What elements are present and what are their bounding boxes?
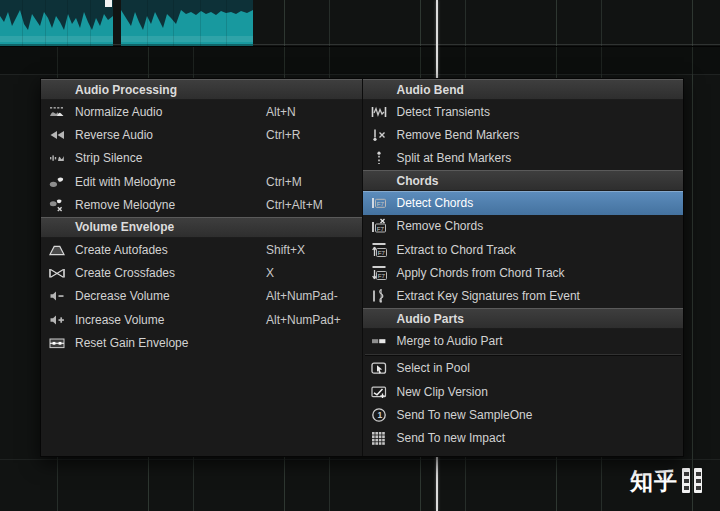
- create-crossfades-icon: [48, 265, 66, 281]
- arrange-view: Audio ProcessingNormalize AudioAlt+NReve…: [0, 0, 720, 511]
- menu-item-label: Reverse Audio: [75, 128, 153, 142]
- menu-item-label: Send To new Impact: [397, 431, 506, 445]
- menu-item-select-in-pool[interactable]: Select in Pool: [363, 357, 684, 380]
- menu-item-shortcut: Alt+N: [266, 105, 296, 119]
- decrease-volume-icon: [48, 288, 66, 304]
- menu-item-normalize-audio[interactable]: Normalize AudioAlt+N: [41, 100, 362, 123]
- menu-item-label: Detect Chords: [397, 196, 474, 210]
- lane-divider: [0, 74, 720, 75]
- menu-item-label: Edit with Melodyne: [75, 175, 176, 189]
- menu-item-increase-volume[interactable]: Increase VolumeAlt+NumPad+: [41, 308, 362, 331]
- menu-item-send-to-new-sampleone[interactable]: 1Send To new SampleOne: [363, 403, 684, 426]
- menu-item-remove-melodyne[interactable]: Remove MelodyneCtrl+Alt+M: [41, 194, 362, 217]
- audio-clip-2[interactable]: [121, 0, 253, 46]
- send-impact-icon: [370, 430, 388, 446]
- menu-item-reset-gain-envelope[interactable]: Reset Gain Envelope: [41, 332, 362, 355]
- menu-item-merge-to-audio-part[interactable]: Merge to Audio Part: [363, 329, 684, 352]
- menu-item-shortcut: Shift+X: [266, 243, 305, 257]
- select-in-pool-icon: [370, 360, 388, 376]
- menu-item-detect-chords[interactable]: F7Detect Chords: [363, 191, 684, 214]
- detect-transients-icon: [370, 104, 388, 120]
- menu-header-audio-processing: Audio Processing: [41, 79, 362, 100]
- apply-chords-icon: F7: [370, 265, 388, 281]
- menu-item-edit-with-melodyne[interactable]: Edit with MelodyneCtrl+M: [41, 170, 362, 193]
- detect-chords-icon: F7: [370, 195, 388, 211]
- menu-item-label: Remove Melodyne: [75, 198, 175, 212]
- menu-item-label: Extract to Chord Track: [397, 243, 516, 257]
- remove-melodyne-icon: [48, 197, 66, 213]
- menu-item-shortcut: Ctrl+Alt+M: [266, 198, 323, 212]
- audio-context-menu: Audio ProcessingNormalize AudioAlt+NReve…: [40, 78, 684, 457]
- svg-text:F7: F7: [376, 200, 384, 207]
- watermark-seal-icon: [682, 468, 690, 493]
- menu-item-label: Extract Key Signatures from Event: [397, 289, 580, 303]
- menu-header-audio-bend: Audio Bend: [363, 79, 684, 100]
- menu-item-label: Merge to Audio Part: [397, 334, 503, 348]
- svg-text:F7: F7: [377, 249, 385, 256]
- menu-item-decrease-volume[interactable]: Decrease VolumeAlt+NumPad-: [41, 285, 362, 308]
- menu-item-label: Reset Gain Envelope: [75, 336, 188, 350]
- menu-item-label: Apply Chords from Chord Track: [397, 266, 565, 280]
- menu-item-label: Create Autofades: [75, 243, 168, 257]
- svg-text:F7: F7: [377, 272, 385, 279]
- menu-item-label: Decrease Volume: [75, 289, 170, 303]
- menu-header-audio-parts: Audio Parts: [363, 308, 684, 329]
- menu-item-shortcut: Ctrl+M: [266, 175, 302, 189]
- menu-item-label: Send To new SampleOne: [397, 408, 533, 422]
- send-sampleone-icon: 1: [370, 407, 388, 423]
- menu-item-extract-key-signatures-from-event[interactable]: Extract Key Signatures from Event: [363, 285, 684, 308]
- reset-gain-envelope-icon: [48, 335, 66, 351]
- create-autofades-icon: [48, 242, 66, 258]
- menu-item-label: Remove Bend Markers: [397, 128, 520, 142]
- menu-item-send-to-new-impact[interactable]: Send To new Impact: [363, 427, 684, 450]
- menu-item-apply-chords-from-chord-track[interactable]: F7Apply Chords from Chord Track: [363, 261, 684, 284]
- increase-volume-icon: [48, 312, 66, 328]
- menu-column-left: Audio ProcessingNormalize AudioAlt+NReve…: [41, 79, 362, 456]
- watermark: 知乎: [630, 468, 702, 494]
- menu-item-shortcut: Ctrl+R: [266, 128, 300, 142]
- menu-item-extract-to-chord-track[interactable]: F7Extract to Chord Track: [363, 238, 684, 261]
- svg-text:F7: F7: [376, 225, 384, 232]
- strip-silence-icon: [48, 150, 66, 166]
- lower-divider: [0, 459, 720, 460]
- menu-item-label: Create Crossfades: [75, 266, 175, 280]
- watermark-brand-text: 知乎: [630, 468, 678, 494]
- extract-key-signatures-icon: [370, 288, 388, 304]
- menu-header-label: Chords: [397, 174, 439, 188]
- menu-item-shortcut: Alt+NumPad+: [266, 313, 341, 327]
- clip-handle: [105, 0, 112, 7]
- menu-item-label: Remove Chords: [397, 219, 484, 233]
- bottom-divider: [0, 506, 720, 507]
- menu-item-label: Normalize Audio: [75, 105, 162, 119]
- menu-item-label: Strip Silence: [75, 151, 142, 165]
- edit-melodyne-icon: [48, 174, 66, 190]
- reverse-audio-icon: [48, 127, 66, 143]
- menu-item-split-at-bend-markers[interactable]: Split at Bend Markers: [363, 147, 684, 170]
- menu-item-remove-chords[interactable]: F7Remove Chords: [363, 215, 684, 238]
- menu-item-label: Split at Bend Markers: [397, 151, 512, 165]
- split-bend-markers-icon: [370, 150, 388, 166]
- track-lane: [0, 46, 720, 74]
- menu-item-detect-transients[interactable]: Detect Transients: [363, 100, 684, 123]
- menu-header-label: Audio Processing: [75, 83, 177, 97]
- menu-header-label: Audio Bend: [397, 83, 464, 97]
- menu-item-label: Select in Pool: [397, 361, 470, 375]
- track-divider-dark: [0, 46, 720, 47]
- menu-item-create-autofades[interactable]: Create AutofadesShift+X: [41, 238, 362, 261]
- menu-item-create-crossfades[interactable]: Create CrossfadesX: [41, 261, 362, 284]
- menu-header-volume-envelope: Volume Envelope: [41, 217, 362, 238]
- menu-item-label: Detect Transients: [397, 105, 490, 119]
- new-clip-version-icon: [370, 384, 388, 400]
- svg-text:1: 1: [377, 410, 382, 420]
- menu-item-remove-bend-markers[interactable]: Remove Bend Markers: [363, 123, 684, 146]
- menu-item-shortcut: X: [266, 266, 274, 280]
- extract-chord-track-icon: F7: [370, 242, 388, 258]
- menu-item-label: New Clip Version: [397, 385, 488, 399]
- menu-item-new-clip-version[interactable]: New Clip Version: [363, 380, 684, 403]
- menu-item-strip-silence[interactable]: Strip Silence: [41, 147, 362, 170]
- remove-bend-markers-icon: [370, 127, 388, 143]
- menu-column-right: Audio BendDetect TransientsRemove Bend M…: [362, 79, 684, 456]
- menu-header-label: Audio Parts: [397, 312, 464, 326]
- audio-clip-1[interactable]: [0, 0, 113, 46]
- menu-item-reverse-audio[interactable]: Reverse AudioCtrl+R: [41, 123, 362, 146]
